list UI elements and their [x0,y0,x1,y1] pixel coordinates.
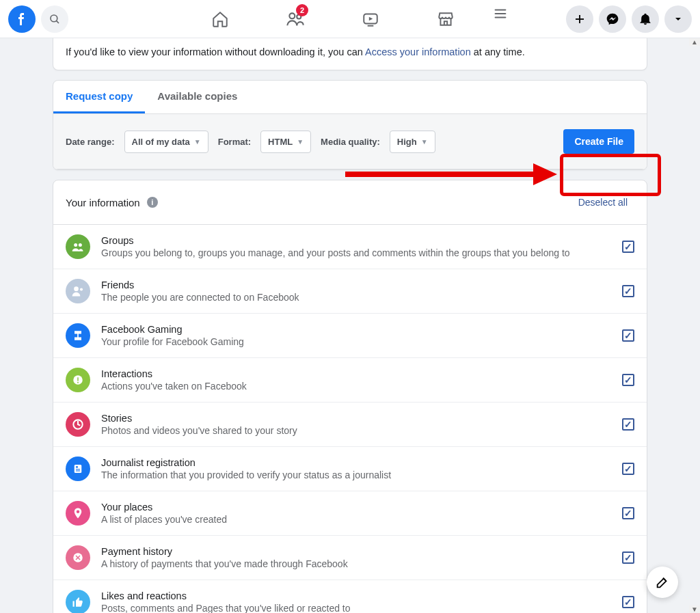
chevron-down-icon: ▼ [194,138,201,146]
annotation-box [560,154,661,196]
info-item[interactable]: FriendsThe people you are connected to o… [53,269,647,314]
info-item[interactable]: InteractionsActions you've taken on Face… [53,358,647,403]
chevron-down-icon: ▼ [297,138,304,146]
item-checkbox[interactable]: ✓ [622,418,634,431]
header-right [566,5,692,33]
groups-icon [66,234,90,259]
nav-marketplace[interactable] [408,0,483,38]
item-checkbox[interactable]: ✓ [622,596,634,608]
messenger-icon [606,12,619,26]
create-file-button[interactable]: Create File [563,129,634,154]
date-range-dropdown[interactable]: All of my data ▼ [124,131,208,153]
journalist-icon [66,457,90,481]
info-list: GroupsGroups you belong to, groups you m… [53,225,647,613]
page-scroll[interactable]: If you'd like to view your information w… [0,38,700,613]
item-title: Groups [101,235,622,246]
item-checkbox[interactable]: ✓ [622,551,634,564]
menu-icon [493,6,508,21]
friends-badge: 2 [296,4,308,16]
info-item[interactable]: Journalist registrationThe information t… [53,447,647,491]
svg-line-1 [56,21,59,23]
item-title: Friends [101,280,622,290]
create-button[interactable] [566,5,593,33]
svg-point-13 [74,286,79,291]
media-quality-dropdown[interactable]: High ▼ [390,131,435,153]
svg-point-11 [74,243,77,247]
search-button[interactable] [41,5,68,33]
info-title-text: Your information [66,197,140,208]
format-value: HTML [268,137,293,147]
item-text: Your placesA list of places you've creat… [101,502,622,525]
item-text: StoriesPhotos and videos you've shared t… [101,413,622,436]
format-label: Format: [218,137,251,147]
item-title: Likes and reactions [101,590,622,601]
tabs: Request copy Available copies [53,81,647,114]
nav-menu[interactable] [483,0,517,27]
item-text: FriendsThe people you are connected to o… [101,280,622,303]
item-desc: Groups you belong to, groups you manage,… [101,247,622,258]
item-checkbox[interactable]: ✓ [622,241,634,253]
format-dropdown[interactable]: HTML ▼ [260,131,311,153]
help-icon[interactable]: i [147,197,158,208]
scrollbar-down-arrow[interactable]: ▼ [689,605,700,613]
account-button[interactable] [664,5,692,33]
intro-suffix: at any time. [471,46,525,57]
item-title: Journalist registration [101,457,622,468]
item-text: GroupsGroups you belong to, groups you m… [101,235,622,258]
info-header: Your information i Deselect all [53,180,647,225]
edit-fab[interactable] [647,567,678,598]
tab-available-copies[interactable]: Available copies [145,81,250,113]
item-checkbox[interactable]: ✓ [622,374,634,386]
top-header: 2 [0,0,700,38]
info-item[interactable]: Likes and reactionsPosts, comments and P… [53,580,647,613]
tab-request-copy[interactable]: Request copy [53,81,145,113]
notifications-button[interactable] [632,5,659,33]
marketplace-icon [437,10,455,28]
item-checkbox[interactable]: ✓ [622,285,634,297]
item-desc: Actions you've taken on Facebook [101,381,622,392]
item-text: Likes and reactionsPosts, comments and P… [101,590,622,613]
messenger-button[interactable] [599,5,626,33]
info-item[interactable]: Your placesA list of places you've creat… [53,491,647,536]
search-icon [49,13,61,25]
item-checkbox[interactable]: ✓ [622,463,634,475]
nav-home[interactable] [183,0,258,38]
item-text: Facebook GamingYour profile for Facebook… [101,324,622,347]
item-title: Payment history [101,546,622,557]
content-column: If you'd like to view your information w… [53,38,647,613]
item-text: Journalist registrationThe information t… [101,457,622,480]
svg-point-17 [77,382,79,383]
nav-watch[interactable] [333,0,408,38]
bell-icon [638,12,652,26]
item-title: Interactions [101,368,622,379]
access-info-link[interactable]: Access your information [365,46,471,57]
item-desc: The people you are connected to on Faceb… [101,292,622,303]
item-desc: A history of payments that you've made t… [101,558,622,569]
caret-down-icon [673,14,684,25]
svg-point-14 [80,288,83,290]
scrollbar-up-arrow[interactable]: ▲ [689,38,700,46]
nav-friends[interactable]: 2 [258,0,333,38]
item-title: Your places [101,502,622,513]
payment-icon [66,545,90,570]
item-checkbox[interactable]: ✓ [622,329,634,342]
interactions-icon [66,368,90,392]
gaming-icon [66,323,90,348]
media-quality-label: Media quality: [321,137,380,147]
info-item[interactable]: GroupsGroups you belong to, groups you m… [53,225,647,269]
item-text: Payment historyA history of payments tha… [101,546,622,569]
info-item[interactable]: StoriesPhotos and videos you've shared t… [53,403,647,447]
options-bar: Date range: All of my data ▼ Format: HTM… [53,114,647,169]
info-item[interactable]: Payment historyA history of payments tha… [53,536,647,580]
intro-panel: If you'd like to view your information w… [53,38,647,70]
info-item[interactable]: Facebook GamingYour profile for Facebook… [53,314,647,358]
facebook-logo[interactable] [8,5,36,33]
svg-point-2 [289,13,295,18]
watch-icon [362,10,379,28]
svg-rect-19 [75,465,82,473]
edit-icon [655,575,670,590]
stories-icon [66,412,90,437]
item-checkbox[interactable]: ✓ [622,507,634,519]
media-quality-value: High [397,137,417,147]
info-title: Your information i [66,197,158,208]
